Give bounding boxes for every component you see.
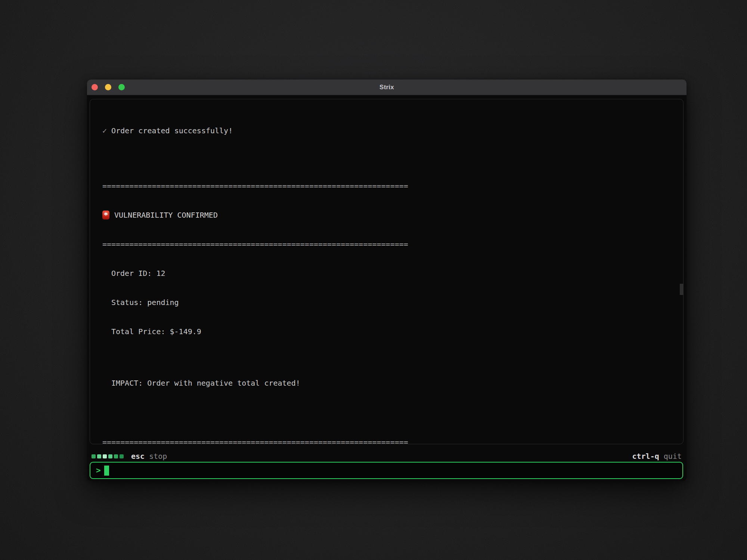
traffic-lights [92,80,125,95]
close-button[interactable] [92,84,98,90]
text-cursor [104,466,109,476]
quit-key-hint[interactable]: ctrl-q [632,452,659,461]
status-bar: esc stop ctrl-q quit [90,451,683,461]
titlebar[interactable]: Strix [87,80,686,95]
separator-line: ========================================… [102,437,686,444]
minimize-button[interactable] [105,84,111,90]
status-left: esc stop [92,452,167,461]
impact-line: IMPACT: Order with negative total create… [102,378,686,388]
scrollbar-thumb[interactable] [680,284,683,295]
vulnerability-confirmed-title: VULNERABILITY CONFIRMED [114,210,218,220]
order-created-message: Order created successfully! [111,126,233,135]
terminal-log: ✓ Order created successfully! ==========… [87,95,686,444]
order-id-line: Order ID: 12 [102,268,686,278]
order-status-line: Status: pending [102,298,686,307]
maximize-button[interactable] [118,84,125,90]
esc-key-hint[interactable]: esc [131,452,145,461]
quit-action-label: quit [664,452,682,461]
terminal-viewport[interactable]: ✓ Order created successfully! ==========… [87,95,686,444]
activity-spinner-icon [92,454,124,458]
separator-line: ========================================… [102,239,686,249]
separator-line: ========================================… [102,181,686,191]
check-icon: ✓ [102,126,107,135]
prompt-symbol: > [96,466,101,475]
window-title: Strix [87,84,686,91]
status-right: ctrl-q quit [632,452,682,461]
app-window: Strix ✓ Order created successfully! ====… [87,80,686,481]
esc-action-label: stop [149,452,167,461]
total-price-line: Total Price: $-149.9 [102,327,686,336]
vulnerability-confirmed-line: VULNERABILITY CONFIRMED [102,210,686,220]
command-input[interactable]: > [90,462,683,479]
siren-icon [102,211,109,220]
